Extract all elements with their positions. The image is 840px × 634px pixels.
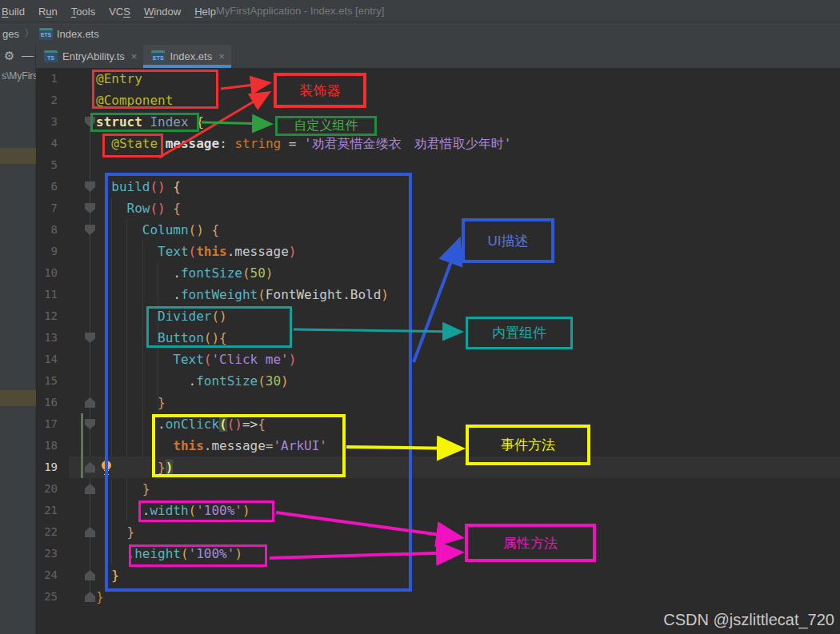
code-line[interactable]: 14Text('Click me'): [0, 349, 840, 370]
line-number: 3: [36, 111, 58, 133]
tab-close-icon[interactable]: ×: [131, 50, 138, 62]
code-text: Text('Click me'): [173, 349, 296, 370]
line-number: 14: [36, 349, 58, 370]
code-line[interactable]: 5: [0, 154, 840, 176]
fold-region-start-icon[interactable]: [85, 333, 95, 343]
code-text: .width('100%'): [142, 500, 250, 521]
line-number: 17: [36, 413, 58, 435]
code-line[interactable]: 17.onClick(()=>{: [0, 413, 840, 435]
menu-item-window[interactable]: Window: [144, 6, 181, 18]
code-text: .onClick(()=>{: [158, 413, 266, 435]
code-line[interactable]: 7Row() {: [0, 197, 840, 219]
line-number: 4: [36, 133, 58, 154]
code-text: .height('100%'): [127, 543, 243, 564]
ets-file-icon: ETS: [39, 28, 53, 40]
fold-region-start-icon[interactable]: [85, 203, 95, 213]
fold-region-start-icon[interactable]: [85, 419, 95, 429]
code-line[interactable]: 18this.message='ArkUI': [0, 435, 840, 457]
code-line[interactable]: 4@State message: string = '劝君莫惜金缕衣 劝君惜取少…: [0, 133, 840, 154]
menu-item-vcs[interactable]: VCS: [109, 6, 130, 18]
line-number: 5: [36, 154, 58, 176]
fold-region-end-icon[interactable]: [85, 527, 95, 537]
editor-tab-bar: TSEntryAbility.ts×ETSIndex.ets×: [36, 45, 840, 68]
line-number: 2: [36, 90, 58, 111]
fold-region-end-icon[interactable]: [85, 462, 95, 473]
line-number: 9: [36, 241, 58, 262]
tab-index-ets[interactable]: ETSIndex.ets×: [143, 45, 230, 68]
code-line[interactable]: 25}: [0, 586, 840, 608]
code-line[interactable]: 23.height('100%'): [0, 543, 840, 564]
csdn-watermark: CSDN @jszlittlecat_720: [663, 611, 834, 629]
code-line[interactable]: 10.fontSize(50): [0, 262, 840, 284]
code-line[interactable]: 20}: [0, 478, 840, 500]
code-text: @State message: string = '劝君莫惜金缕衣 劝君惜取少年…: [111, 133, 511, 154]
fold-region-end-icon[interactable]: [85, 484, 95, 494]
fold-region-end-icon[interactable]: [85, 592, 95, 602]
code-editor[interactable]: 1@Entry2@Component3struct Index {4@State…: [0, 68, 840, 634]
window-title: MyFirstApplication - Index.ets [entry]: [216, 0, 384, 22]
code-text: this.message='ArkUI': [173, 435, 327, 457]
line-number: 10: [36, 262, 58, 284]
line-number: 25: [36, 586, 58, 608]
code-text: build() {: [111, 176, 181, 197]
code-line[interactable]: 6build() {: [0, 176, 840, 197]
menu-item-help[interactable]: Help: [194, 6, 216, 18]
breadcrumb-folder[interactable]: ges: [2, 28, 19, 40]
code-line[interactable]: 12Divider(): [0, 305, 840, 327]
line-number: 23: [36, 543, 58, 564]
code-text: }: [111, 564, 119, 586]
vcs-change-bar: [81, 435, 83, 457]
line-number: 19: [36, 457, 58, 478]
fold-region-end-icon[interactable]: [85, 570, 95, 580]
fold-region-start-icon[interactable]: [85, 181, 95, 192]
ts-file-icon: TS: [44, 50, 58, 62]
line-number: 1: [36, 68, 58, 90]
code-line[interactable]: 8Column() {: [0, 219, 840, 241]
line-number: 16: [36, 392, 58, 413]
tab-entryability-ts[interactable]: TSEntryAbility.ts×: [36, 45, 143, 68]
menu-item-tools[interactable]: Tools: [71, 6, 95, 18]
line-number: 6: [36, 176, 58, 197]
gear-icon[interactable]: ⚙: [4, 48, 14, 64]
code-line[interactable]: 19}): [0, 457, 840, 478]
code-line[interactable]: 1@Entry: [0, 68, 840, 90]
code-text: Column() {: [142, 219, 219, 241]
intention-bulb-icon[interactable]: [102, 461, 111, 470]
menu-bar: BuildRunToolsVCSWindowHelp MyFirstApplic…: [0, 0, 840, 22]
code-text: Row() {: [127, 197, 181, 219]
code-text: .fontSize(50): [173, 262, 273, 284]
vcs-change-bar: [81, 457, 83, 478]
code-line[interactable]: 2@Component: [0, 90, 840, 111]
vcs-change-bar: [81, 413, 83, 435]
code-line[interactable]: 9Text(this.message): [0, 241, 840, 262]
tab-label: EntryAbility.ts: [62, 50, 125, 62]
code-text: }): [158, 457, 173, 478]
code-text: }: [127, 521, 135, 543]
menu-item-run[interactable]: Run: [38, 6, 58, 18]
code-text: .fontSize(30): [189, 370, 289, 392]
hide-panel-icon[interactable]: —: [22, 47, 34, 63]
line-number: 7: [36, 197, 58, 219]
code-line[interactable]: 16}: [0, 392, 840, 413]
code-line[interactable]: 22}: [0, 521, 840, 543]
code-line[interactable]: 24}: [0, 564, 840, 586]
line-number: 15: [36, 370, 58, 392]
line-number: 12: [36, 305, 58, 327]
code-line[interactable]: 13Button(){: [0, 327, 840, 349]
code-text: Divider(): [158, 305, 227, 327]
code-line[interactable]: 15.fontSize(30): [0, 370, 840, 392]
tab-close-icon[interactable]: ×: [218, 50, 225, 62]
fold-region-start-icon[interactable]: [85, 117, 95, 127]
menu-item-build[interactable]: Build: [2, 6, 25, 18]
breadcrumb-separator-icon: 〉: [24, 26, 34, 41]
fold-region-start-icon[interactable]: [85, 225, 95, 235]
code-line[interactable]: 11.fontWeight(FontWeight.Bold): [0, 284, 840, 305]
code-line[interactable]: 3struct Index {: [0, 111, 840, 133]
fold-region-end-icon[interactable]: [85, 397, 95, 408]
line-number: 21: [36, 500, 58, 521]
code-text: Text(this.message): [158, 241, 296, 262]
code-line[interactable]: 21.width('100%'): [0, 500, 840, 521]
line-number: 8: [36, 219, 58, 241]
breadcrumb-file[interactable]: Index.ets: [57, 28, 99, 40]
line-number: 20: [36, 478, 58, 500]
